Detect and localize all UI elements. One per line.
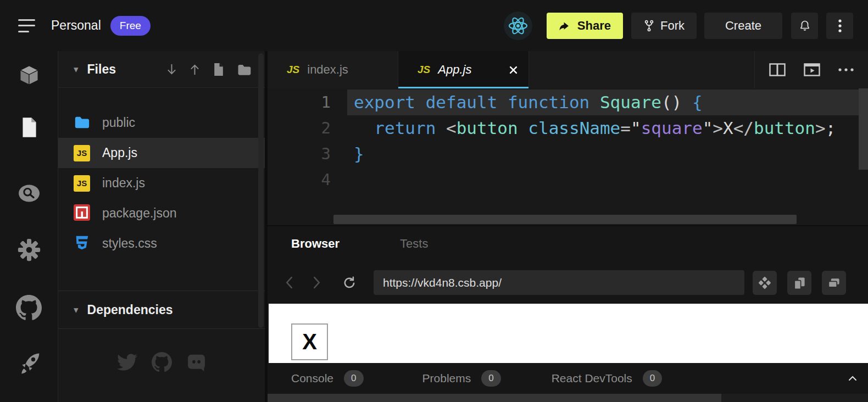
gutter: 1234 [268,90,331,193]
more-actions-icon[interactable] [838,68,854,71]
cube-icon [16,63,42,88]
back-chevron-icon[interactable] [286,276,293,289]
editor-column: JSindex.jsJSApp.js [265,51,868,402]
vertical-scrollbar[interactable] [859,88,868,170]
url-input[interactable] [374,270,744,295]
file-row-package.json[interactable]: package.json [58,198,265,228]
search-button[interactable] [15,181,43,206]
browser-toolbar [268,261,868,304]
refresh-icon[interactable] [342,276,356,289]
count-badge: 0 [643,370,662,387]
editor-tab-index.js[interactable]: JSindex.js [268,51,398,88]
folder-icon [74,114,90,132]
chevron-down-icon[interactable]: ▾ [74,64,79,75]
search-icon [16,181,42,206]
fork-icon [643,19,655,32]
editor-tab-App.js[interactable]: JSApp.js [398,51,529,88]
console-tab-label: Console [291,372,333,385]
new-file-icon[interactable] [213,63,224,76]
file-label: index.js [102,176,145,191]
sandbox-info-button[interactable] [15,63,43,88]
javascript-icon: JS [418,64,430,76]
code-editor[interactable]: 1234 export default function Square() { … [268,88,868,225]
css-icon [74,235,90,253]
twitter-icon[interactable] [117,352,137,372]
console-tab-react-devtools[interactable]: React DevTools0 [552,370,663,387]
count-badge: 0 [344,370,363,387]
tab-label: App.js [438,63,471,77]
share-button[interactable]: Share [547,13,623,39]
files-panel: ▾ Files [58,51,265,402]
kebab-menu-icon [838,19,842,33]
files-scrollbar[interactable] [258,53,264,328]
notifications-button[interactable] [791,13,818,39]
duplicate-view-icon[interactable] [822,271,846,295]
chevron-up-icon[interactable] [848,376,857,381]
javascript-icon: JS [74,145,90,161]
browser-tab-browser[interactable]: Browser [291,237,340,251]
new-folder-icon[interactable] [237,62,252,77]
browser-panel: BrowserTests [268,225,868,402]
plan-badge: Free [110,16,151,36]
javascript-icon: JS [287,64,299,76]
editor-tabbar: JSindex.jsJSApp.js [268,51,868,88]
fork-button[interactable]: Fork [631,13,697,39]
browser-tabs: BrowserTests [268,226,868,261]
share-button-label: Share [577,19,611,33]
file-row-styles.css[interactable]: styles.css [58,228,265,259]
workspace-title: Personal [51,18,101,33]
console-tab-console[interactable]: Console0 [291,370,364,387]
github-panel-button[interactable] [15,295,43,320]
create-button[interactable]: Create [704,13,782,39]
github-icon [16,295,42,321]
file-row-public[interactable]: public [58,108,265,138]
bottom-scrollbar[interactable] [268,394,721,402]
console-bar: Console0Problems0React DevTools0 [268,363,868,394]
upload-icon[interactable] [190,63,200,76]
deployment-button[interactable] [15,351,43,376]
files-panel-header: ▾ Files [58,51,265,88]
split-view-icon[interactable] [769,63,786,76]
console-tab-label: React DevTools [552,372,632,385]
files-panel-button[interactable] [15,115,43,140]
square-button[interactable]: X [291,323,328,360]
file-list: publicJSApp.jsJSindex.jspackage.jsonstyl… [58,108,265,259]
hamburger-menu-button[interactable] [18,19,36,32]
npm-icon [74,204,90,223]
line-number: 4 [268,167,331,193]
file-label: styles.css [102,236,157,251]
open-new-window-icon[interactable] [787,271,811,295]
tab-label: index.js [307,63,348,77]
file-label: App.js [102,146,137,160]
create-button-label: Create [725,19,761,33]
preview-window-icon[interactable] [804,63,820,76]
download-icon[interactable] [166,63,177,76]
chevron-down-icon[interactable]: ▾ [74,304,79,316]
dependencies-title: Dependencies [87,303,173,317]
bell-icon [798,19,811,32]
social-links [58,352,265,372]
horizontal-scrollbar[interactable] [333,215,797,224]
file-icon [18,116,41,139]
discord-icon[interactable] [186,352,207,372]
files-panel-title: Files [87,62,116,77]
close-icon[interactable] [509,66,518,74]
rocket-icon [16,351,42,376]
forward-chevron-icon[interactable] [313,276,320,289]
console-tab-label: Problems [422,372,471,385]
diamond-grid-icon[interactable] [753,271,777,295]
code-line-3: } [354,141,868,167]
settings-button[interactable] [15,237,43,263]
file-row-index.js[interactable]: JSindex.js [58,168,265,198]
code-line-4 [354,167,868,193]
console-tab-problems[interactable]: Problems0 [422,370,501,387]
more-options-button[interactable] [826,13,853,39]
count-badge: 0 [481,370,500,387]
code-line-2: return <button className="square">X</but… [354,115,868,141]
line-number: 2 [268,115,331,141]
github-icon[interactable] [152,352,172,372]
code-lines: export default function Square() { retur… [354,90,868,193]
activity-rail [0,51,58,402]
file-row-App.js[interactable]: JSApp.js [58,138,265,168]
browser-tab-tests[interactable]: Tests [400,237,428,251]
